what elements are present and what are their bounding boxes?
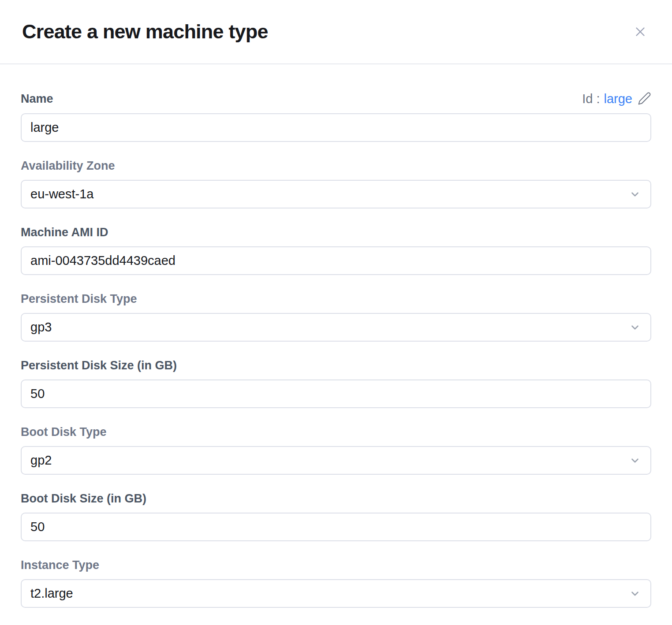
modal-body: Name Id : large Availability Zone bbox=[0, 64, 672, 608]
edit-pencil-icon bbox=[638, 92, 651, 105]
persistent-disk-size-label: Persistent Disk Size (in GB) bbox=[21, 359, 177, 372]
boot-disk-size-label: Boot Disk Size (in GB) bbox=[21, 492, 146, 505]
field-instance-type: Instance Type t2.large bbox=[21, 559, 651, 608]
id-value: large bbox=[604, 92, 633, 105]
field-persistent-disk-size: Persistent Disk Size (in GB) bbox=[21, 359, 651, 408]
name-label: Name bbox=[21, 93, 53, 105]
field-machine-ami-id: Machine AMI ID bbox=[21, 226, 651, 275]
machine-id-badge: Id : large bbox=[582, 92, 651, 105]
boot-disk-type-label: Boot Disk Type bbox=[21, 426, 107, 438]
persistent-disk-type-label: Persistent Disk Type bbox=[21, 293, 137, 305]
boot-disk-size-input[interactable] bbox=[21, 513, 651, 541]
chevron-down-icon bbox=[629, 588, 641, 599]
machine-ami-id-input[interactable] bbox=[21, 246, 651, 275]
page-title: Create a new machine type bbox=[22, 20, 268, 43]
instance-type-value: t2.large bbox=[30, 586, 73, 601]
chevron-down-icon bbox=[629, 455, 641, 466]
name-input[interactable] bbox=[21, 113, 651, 142]
field-name: Name Id : large bbox=[21, 92, 651, 142]
id-label: Id : bbox=[582, 92, 600, 105]
edit-id-button[interactable] bbox=[638, 92, 651, 105]
persistent-disk-size-input[interactable] bbox=[21, 379, 651, 408]
availability-zone-label: Availability Zone bbox=[21, 160, 115, 172]
field-boot-disk-size: Boot Disk Size (in GB) bbox=[21, 492, 651, 541]
machine-ami-id-label: Machine AMI ID bbox=[21, 226, 108, 238]
instance-type-label: Instance Type bbox=[21, 559, 99, 571]
field-persistent-disk-type: Persistent Disk Type gp3 bbox=[21, 293, 651, 342]
close-button[interactable] bbox=[630, 21, 651, 42]
modal-header: Create a new machine type bbox=[0, 0, 672, 64]
close-icon bbox=[633, 24, 648, 39]
instance-type-select[interactable]: t2.large bbox=[21, 579, 651, 608]
boot-disk-type-value: gp2 bbox=[30, 453, 52, 468]
persistent-disk-type-value: gp3 bbox=[30, 320, 52, 335]
chevron-down-icon bbox=[629, 322, 641, 333]
create-machine-type-modal: Create a new machine type Name Id : larg… bbox=[0, 0, 672, 625]
availability-zone-value: eu-west-1a bbox=[30, 187, 93, 201]
field-boot-disk-type: Boot Disk Type gp2 bbox=[21, 426, 651, 475]
chevron-down-icon bbox=[629, 189, 641, 200]
availability-zone-select[interactable]: eu-west-1a bbox=[21, 180, 651, 208]
boot-disk-type-select[interactable]: gp2 bbox=[21, 446, 651, 475]
persistent-disk-type-select[interactable]: gp3 bbox=[21, 313, 651, 342]
field-availability-zone: Availability Zone eu-west-1a bbox=[21, 160, 651, 208]
